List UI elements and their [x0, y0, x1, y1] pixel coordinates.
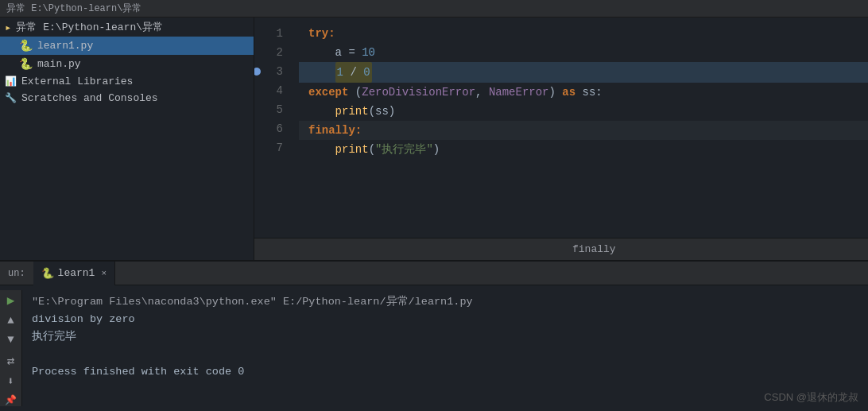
sidebar-item-learn1[interactable]: 🐍 learn1.py	[0, 37, 254, 55]
top-bar-title: 异常 E:\Python-learn\异常	[6, 2, 141, 15]
run-play-button[interactable]: ▶	[4, 293, 18, 308]
python-file-icon: 🐍	[19, 39, 33, 52]
sidebar-item-root[interactable]: ▸ 异常 E:\Python-learn\异常	[0, 17, 254, 37]
sidebar-item-main-label: main.py	[37, 58, 81, 70]
code-line-1: try:	[299, 24, 868, 43]
sidebar-item-external-libs[interactable]: 📊 External Libraries	[0, 73, 254, 90]
tab-python-icon: 🐍	[41, 267, 54, 280]
code-line-7: print("执行完毕")	[299, 140, 868, 159]
line-num-5: 5	[254, 100, 283, 119]
sidebar-item-scratches[interactable]: 🔧 Scratches and Consoles	[0, 90, 254, 107]
bottom-panel: un: 🐍 learn1 × ▶ ▲ ▼ ⇄ ⬇ 📌 "E:\Program F…	[0, 260, 868, 411]
library-icon: 📊	[5, 76, 17, 87]
top-bar: 异常 E:\Python-learn\异常	[0, 0, 868, 17]
line-num-1: 1	[254, 24, 283, 43]
run-pin-button[interactable]: 📌	[4, 394, 18, 406]
line-num-6: 6	[254, 119, 283, 138]
terminal-line-1: "E:\Program Files\naconda3\python.exe" E…	[32, 293, 858, 311]
terminal-line-4	[32, 346, 858, 363]
terminal-line-3: 执行完毕	[32, 328, 858, 346]
code-lines[interactable]: try: a = 10 1 / 0 except (ZeroDivisionEr…	[293, 17, 868, 238]
code-line-2: a = 10	[299, 43, 868, 62]
terminal-line-5: Process finished with exit code 0	[32, 363, 858, 381]
sidebar-item-scratches-label: Scratches and Consoles	[21, 92, 158, 104]
bottom-tabs: un: 🐍 learn1 ×	[0, 262, 868, 285]
tab-learn1[interactable]: 🐍 learn1 ×	[33, 262, 115, 285]
code-line-5: print(ss)	[299, 102, 868, 121]
sidebar-item-root-label: 异常 E:\Python-learn\异常	[16, 20, 163, 34]
run-stop-button[interactable]: ⬇	[4, 374, 18, 388]
terminal-output: "E:\Program Files\naconda3\python.exe" E…	[22, 290, 868, 406]
watermark: CSDN @退休的龙叔	[764, 390, 858, 405]
scratch-icon: 🔧	[5, 92, 17, 104]
line-num-7: 7	[254, 138, 283, 157]
line-num-4: 4	[254, 81, 283, 100]
editor-area: 1 2 3 4 5 6 7 try:	[254, 17, 868, 260]
python-file-icon-2: 🐍	[19, 57, 33, 71]
sidebar-item-libs-label: External Libraries	[21, 76, 133, 87]
code-line-6: finally:	[299, 121, 868, 140]
editor-status: finally	[254, 238, 868, 260]
folder-icon: ▸	[5, 21, 11, 34]
main-area: ▸ 异常 E:\Python-learn\异常 🐍 learn1.py 🐍 ma…	[0, 17, 868, 260]
run-down-button[interactable]: ▼	[4, 333, 18, 346]
tab-close-button[interactable]: ×	[101, 269, 107, 278]
run-rerun-button[interactable]: ⇄	[4, 354, 18, 368]
code-line-3: 1 / 0	[299, 62, 868, 83]
terminal-content: ▶ ▲ ▼ ⇄ ⬇ 📌 "E:\Program Files\naconda3\p…	[0, 285, 868, 411]
status-text: finally	[572, 243, 616, 255]
sidebar-item-learn1-label: learn1.py	[37, 40, 93, 52]
line-num-2: 2	[254, 43, 283, 62]
code-line-4: except (ZeroDivisionError, NameError) as…	[299, 83, 868, 102]
sidebar-item-main[interactable]: 🐍 main.py	[0, 55, 254, 73]
sidebar: ▸ 异常 E:\Python-learn\异常 🐍 learn1.py 🐍 ma…	[0, 17, 254, 260]
run-up-button[interactable]: ▲	[4, 314, 18, 327]
code-content[interactable]: 1 2 3 4 5 6 7 try:	[254, 17, 868, 238]
terminal-line-2: division by zero	[32, 311, 858, 328]
terminal-sidebar: ▶ ▲ ▼ ⇄ ⬇ 📌	[0, 290, 22, 406]
run-label: un:	[0, 268, 33, 279]
line-numbers: 1 2 3 4 5 6 7	[254, 17, 293, 238]
line-num-3: 3	[254, 62, 283, 81]
tab-learn1-label: learn1	[58, 267, 95, 279]
